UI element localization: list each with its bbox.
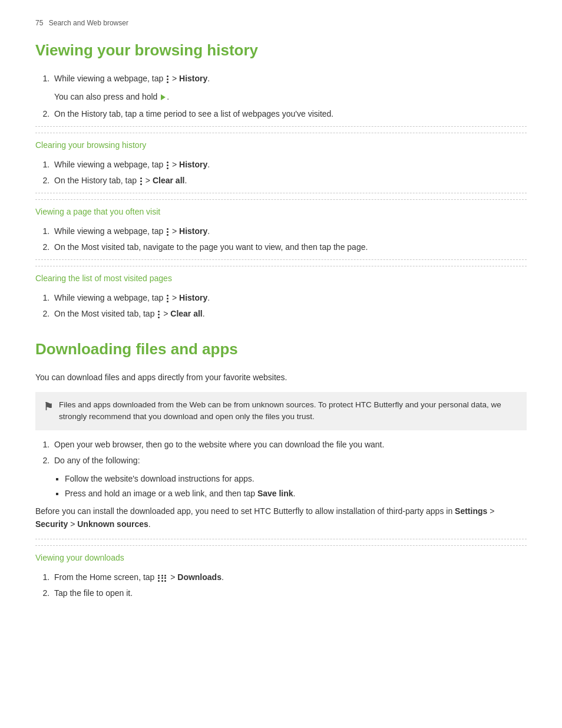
menu-icon-1 — [167, 75, 168, 83]
browsing-history-section: Viewing your browsing history While view… — [35, 39, 527, 320]
downloading-intro: You can download files and apps directly… — [35, 371, 527, 384]
menu-icon-5 — [167, 295, 168, 302]
bullet-1: Follow the website's download instructio… — [65, 473, 527, 485]
apps-grid-icon — [158, 575, 167, 582]
page-number-line: 75 Search and Web browser — [35, 18, 527, 28]
viewing-downloads-steps: From the Home screen, tap > Downloads. T… — [52, 571, 527, 599]
bullet-2: Press and hold an image or a web link, a… — [65, 487, 527, 500]
viewing-downloads-section: Viewing your downloads From the Home scr… — [35, 539, 527, 599]
downloading-step-2: Do any of the following: — [52, 454, 527, 467]
page-number: 75 — [35, 19, 43, 27]
step-1-text: While viewing a webpage, tap — [54, 74, 166, 83]
downloading-bullets: Follow the website's download instructio… — [65, 473, 527, 500]
clearing-browsing-title: Clearing your browsing history — [35, 133, 527, 151]
often-visit-section: Viewing a page that you often visit Whil… — [35, 193, 527, 253]
often-visit-step-2: On the Most visited tab, navigate to the… — [52, 241, 527, 253]
downloading-section: Downloading files and apps You can downl… — [35, 338, 527, 599]
clearing-step-2: On the History tab, tap > Clear all. — [52, 174, 527, 187]
warning-note: ⚑ Files and apps downloaded from the Web… — [35, 392, 527, 430]
menu-icon-4 — [167, 228, 168, 236]
often-visit-steps: While viewing a webpage, tap > History. … — [52, 225, 527, 253]
press-hold-note: You can also press and hold . — [52, 91, 527, 103]
menu-icon-6 — [158, 311, 160, 318]
section-label: Search and Web browser — [49, 19, 128, 27]
step-1: While viewing a webpage, tap > History. — [52, 73, 527, 85]
often-visit-step-1: While viewing a webpage, tap > History. — [52, 225, 527, 238]
browsing-history-steps: While viewing a webpage, tap > History. — [52, 73, 527, 85]
flag-icon: ⚑ — [44, 399, 53, 415]
clearing-visited-section: Clearing the list of most visited pages … — [35, 259, 527, 320]
step-2: On the History tab, tap a time period to… — [52, 108, 527, 120]
clearing-browsing-section: Clearing your browsing history While vie… — [35, 126, 527, 187]
often-visit-title: Viewing a page that you often visit — [35, 199, 527, 218]
downloading-steps: Open your web browser, then go to the we… — [52, 439, 527, 467]
downloading-title: Downloading files and apps — [35, 338, 527, 361]
clearing-browsing-steps: While viewing a webpage, tap > History. … — [52, 159, 527, 187]
menu-icon-2 — [167, 162, 168, 169]
back-icon — [161, 94, 166, 100]
menu-icon-3 — [140, 177, 142, 185]
clearing-visited-steps: While viewing a webpage, tap > History. … — [52, 292, 527, 320]
step-1-text-after: > History. — [172, 74, 210, 83]
clearing-visited-step-2: On the Most visited tab, tap > Clear all… — [52, 308, 527, 320]
browsing-history-step2: On the History tab, tap a time period to… — [52, 108, 527, 120]
clearing-visited-step-1: While viewing a webpage, tap > History. — [52, 292, 527, 304]
press-hold-text: You can also press and hold — [54, 92, 157, 101]
viewing-downloads-title: Viewing your downloads — [35, 545, 527, 564]
viewing-downloads-step-1: From the Home screen, tap > Downloads. — [52, 571, 527, 584]
before-install-text: Before you can install the downloaded ap… — [35, 505, 527, 531]
clearing-visited-title: Clearing the list of most visited pages — [35, 266, 527, 285]
downloading-step-1: Open your web browser, then go to the we… — [52, 439, 527, 451]
warning-text: Files and apps downloaded from the Web c… — [59, 400, 501, 421]
step-2-text: On the History tab, tap a time period to… — [54, 109, 333, 118]
viewing-downloads-step-2: Tap the file to open it. — [52, 587, 527, 599]
clearing-step-1: While viewing a webpage, tap > History. — [52, 159, 527, 171]
browsing-history-title: Viewing your browsing history — [35, 39, 527, 62]
